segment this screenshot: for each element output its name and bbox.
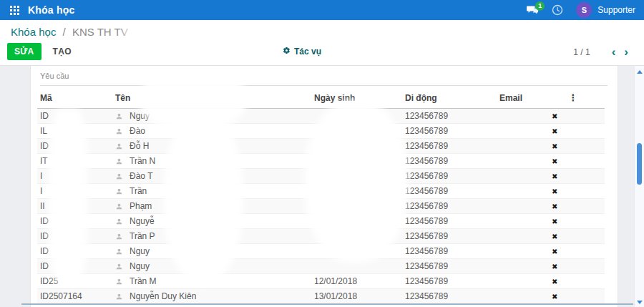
student-name: Nguy — [130, 111, 150, 121]
delete-row-button[interactable]: ✖ — [545, 203, 557, 210]
topbar: Khóa học 1 S Su — [0, 0, 644, 20]
person-icon — [115, 127, 123, 135]
delete-row-button[interactable]: ✖ — [545, 263, 557, 271]
app-title: Khóa học — [28, 4, 74, 16]
clock-icon — [552, 4, 563, 16]
user-name[interactable]: Supporter — [597, 5, 635, 15]
student-row[interactable]: ID Nguyễ 123456789 ✖ — [37, 214, 605, 229]
col-header-ma[interactable]: Mã — [37, 86, 112, 109]
delete-row-button[interactable]: ✖ — [545, 248, 557, 255]
student-id: IL — [40, 126, 47, 136]
student-row[interactable]: ID2507164 Nguyễn Duy Kiên 13/01/2018 123… — [37, 289, 605, 304]
student-phone: 123456789 — [405, 141, 448, 151]
student-id: ID25 — [40, 276, 58, 286]
messages-button[interactable]: 1 — [526, 5, 539, 15]
person-icon — [115, 142, 123, 150]
app-window: Khóa học 1 S Su — [0, 0, 644, 66]
student-id: ID2507164 — [40, 291, 82, 301]
student-row[interactable]: IT Trần N 123456789 ✖ — [37, 154, 605, 169]
student-name: Trần P — [130, 231, 155, 241]
col-header-ten[interactable]: Tên — [112, 86, 311, 109]
student-phone: 123456789 — [405, 156, 448, 166]
delete-row-button[interactable]: ✖ — [545, 142, 557, 150]
delete-row-button[interactable]: ✖ — [545, 112, 557, 120]
window-bottom-edge — [21, 303, 633, 305]
create-button[interactable]: TẠO — [44, 43, 80, 60]
student-id: ID — [40, 216, 49, 226]
action-menu-button[interactable]: Tác vụ — [283, 47, 321, 57]
student-name: Nguyễn Duy Kiên — [130, 291, 196, 301]
scroll-down-arrow-icon[interactable] — [637, 301, 643, 304]
student-birthdate: 13/01/2018 — [314, 291, 357, 301]
student-row[interactable]: ID Nguy 123456789 ✖ — [37, 259, 605, 274]
delete-row-button[interactable]: ✖ — [545, 127, 557, 135]
student-name: Trần M — [130, 276, 157, 286]
student-phone: 123456789 — [405, 126, 448, 136]
avatar[interactable]: S — [576, 2, 592, 18]
student-phone: 123456789 — [405, 186, 448, 196]
field-yeu-cau[interactable]: Yêu cầu — [40, 66, 608, 86]
delete-row-button[interactable]: ✖ — [545, 233, 557, 240]
delete-row-button[interactable]: ✖ — [545, 172, 557, 180]
student-phone: 123456789 — [405, 201, 448, 211]
col-header-email[interactable]: Email — [497, 86, 542, 109]
scrollbar-thumb[interactable] — [637, 143, 642, 185]
person-icon — [115, 187, 123, 195]
pager-value: 1 / 1 — [573, 47, 590, 57]
optional-columns-icon[interactable]: ⋮ — [569, 92, 578, 103]
student-id: ID — [40, 231, 49, 241]
col-header-di-dong[interactable]: Di động — [402, 86, 497, 109]
student-row[interactable]: I Trần 123456789 ✖ — [37, 184, 605, 199]
pager-next-button[interactable]: › — [620, 46, 633, 58]
delete-row-button[interactable]: ✖ — [545, 218, 557, 225]
toolbar: SỬA TẠO Tác vụ 1 / 1 ‹ › — [0, 39, 644, 64]
student-phone: 123456789 — [405, 261, 448, 271]
student-id: ID — [40, 141, 49, 151]
activities-button[interactable] — [552, 4, 563, 16]
control-panel: Khóa học / KNS TH TV SỬA TẠO Tác vụ 1 / … — [0, 20, 644, 66]
delete-row-button[interactable]: ✖ — [545, 187, 557, 195]
student-row[interactable]: II Phạm 123456789 ✖ — [37, 199, 605, 214]
student-id: I — [40, 171, 42, 181]
student-name: Trần — [130, 186, 147, 196]
student-row[interactable]: IL Đào 123456789 ✖ — [37, 124, 605, 139]
student-name: Nguy — [130, 246, 150, 256]
breadcrumb-parent-link[interactable]: Khóa học — [11, 26, 56, 38]
delete-row-button[interactable]: ✖ — [545, 293, 557, 301]
pager: 1 / 1 ‹ › — [573, 46, 633, 58]
student-phone: 123456789 — [405, 276, 448, 286]
student-name: Đào T — [130, 171, 152, 181]
delete-row-button[interactable]: ✖ — [545, 157, 557, 165]
content-area: Yêu cầu Mã Tên Ngày sinh Di động Email ⋮ — [0, 66, 644, 307]
person-icon — [115, 293, 123, 301]
form-sheet: Yêu cầu Mã Tên Ngày sinh Di động Email ⋮ — [30, 66, 618, 307]
edit-button[interactable]: SỬA — [7, 43, 42, 60]
pager-prev-button[interactable]: ‹ — [608, 46, 620, 58]
student-row[interactable]: ID Trần P 123456789 ✖ — [37, 229, 605, 244]
redaction-blob — [123, 26, 165, 39]
col-header-ngay-sinh[interactable]: Ngày sinh — [311, 86, 402, 109]
student-row[interactable]: I Đào T 123456789 ✖ — [37, 169, 605, 184]
student-name: Phạm — [130, 201, 152, 211]
breadcrumb-separator: / — [63, 26, 66, 38]
apps-menu-icon[interactable] — [10, 6, 19, 15]
student-name: Trần N — [130, 156, 155, 166]
student-row[interactable]: ID Nguy 123456789 ✖ — [37, 244, 605, 259]
student-id: II — [40, 201, 45, 211]
person-icon — [115, 248, 123, 255]
student-row[interactable]: ID25 Trần M 12/01/2018 123456789 ✖ — [37, 274, 605, 289]
student-id: ID — [40, 111, 49, 121]
messages-badge: 1 — [535, 1, 545, 11]
scrollbar[interactable] — [634, 66, 644, 307]
person-icon — [115, 233, 123, 240]
field-label: Yêu cầu — [40, 72, 69, 80]
student-row[interactable]: ID Nguy 123456789 ✖ — [37, 109, 605, 124]
student-id: IT — [40, 156, 48, 166]
student-row[interactable]: ID Đỗ H 123456789 ✖ — [37, 139, 605, 154]
person-icon — [115, 172, 123, 180]
table-header-row: Mã Tên Ngày sinh Di động Email ⋮ — [37, 86, 605, 109]
scroll-up-arrow-icon[interactable] — [637, 70, 643, 74]
student-id: I — [40, 186, 42, 196]
delete-row-button[interactable]: ✖ — [545, 278, 557, 286]
person-icon — [115, 112, 123, 120]
